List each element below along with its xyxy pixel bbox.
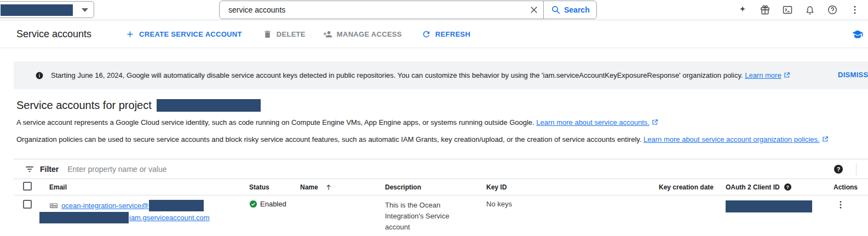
clear-search-icon[interactable] <box>525 5 543 15</box>
banner-learn-more-link[interactable]: Learn more <box>745 71 781 79</box>
cloud-shell-icon[interactable] <box>782 4 793 15</box>
graduation-cap-icon[interactable] <box>852 28 864 41</box>
plus-icon <box>125 30 135 39</box>
gift-icon[interactable] <box>760 4 771 15</box>
oauth2-client-id-cell <box>726 200 833 214</box>
page-title: Service accounts <box>16 28 91 40</box>
row-actions-menu-icon[interactable] <box>836 200 846 211</box>
filter-input[interactable] <box>67 165 834 174</box>
gemini-sparkle-icon[interactable] <box>737 4 748 15</box>
key-id-cell: No keys <box>486 200 659 208</box>
service-account-icon <box>49 202 58 210</box>
org-policy-paragraph: Organization policies can be used to sec… <box>16 135 868 143</box>
table-header-row: Email Status Name Description Key ID Key… <box>14 179 868 195</box>
table-row: ocean-integration-service@ iam.gservicea… <box>14 195 868 236</box>
filter-label: Filter <box>40 165 59 174</box>
project-selector[interactable] <box>0 1 94 18</box>
filter-bar: Filter <box>14 159 868 179</box>
refresh-icon <box>422 30 431 39</box>
service-account-email-link[interactable]: ocean-integration-service@ <box>61 200 204 211</box>
status-enabled-icon <box>249 200 257 208</box>
sort-ascending-icon <box>325 183 332 191</box>
page-toolbar: Service accounts CREATE SERVICE ACCOUNT … <box>0 20 868 48</box>
topbar-icon-group <box>737 0 860 20</box>
column-header-status[interactable]: Status <box>249 183 300 191</box>
column-header-key-id[interactable]: Key ID <box>486 183 659 191</box>
notifications-bell-icon[interactable] <box>804 4 815 15</box>
actions-cell <box>833 200 868 211</box>
redacted-email-project <box>149 200 204 211</box>
global-search-box: Search <box>219 1 597 19</box>
person-add-icon <box>323 30 332 39</box>
row-checkbox[interactable] <box>23 200 32 209</box>
column-header-actions: Actions <box>833 183 868 191</box>
info-icon <box>36 72 43 79</box>
status-text: Enabled <box>260 200 286 208</box>
column-header-oauth2-client-id[interactable]: OAuth 2 Client ID <box>726 183 833 191</box>
description-cell: This is the Ocean Integration's Service … <box>385 200 486 233</box>
search-button[interactable]: Search <box>543 1 596 19</box>
redacted-oauth2-client-id <box>726 200 812 212</box>
select-all-checkbox[interactable] <box>23 182 32 191</box>
status-cell: Enabled <box>249 200 300 208</box>
filter-help-icon[interactable] <box>834 165 843 174</box>
column-header-description[interactable]: Description <box>385 183 486 191</box>
search-button-label: Search <box>564 5 590 14</box>
redacted-project-name <box>1 4 73 16</box>
more-vertical-icon[interactable] <box>849 4 860 15</box>
column-header-key-creation-date[interactable]: Key creation date <box>659 183 726 191</box>
external-link-icon <box>652 119 658 125</box>
column-header-name[interactable]: Name <box>300 183 385 191</box>
learn-more-org-policies-link[interactable]: Learn more about service account organiz… <box>643 135 820 143</box>
trash-icon <box>263 30 272 39</box>
create-service-account-button[interactable]: CREATE SERVICE ACCOUNT <box>125 30 242 39</box>
column-header-email[interactable]: Email <box>49 183 249 191</box>
filter-icon <box>25 164 35 174</box>
caret-down-icon <box>82 8 88 12</box>
gcp-service-accounts-page: Search Service accounts <box>0 0 868 236</box>
help-icon[interactable] <box>827 4 838 15</box>
external-link-icon <box>822 136 829 142</box>
redacted-project-id <box>157 99 261 112</box>
section-heading-row: Service accounts for project <box>16 98 868 112</box>
manage-access-button[interactable]: MANAGE ACCESS <box>323 30 402 39</box>
service-account-email-suffix[interactable]: iam.gserviceaccount.com <box>129 214 210 222</box>
refresh-button[interactable]: REFRESH <box>422 30 470 39</box>
service-accounts-table: Filter Email Status Name Description Key… <box>14 159 868 236</box>
search-input[interactable] <box>220 5 525 14</box>
intro-paragraph: A service account represents a Google Cl… <box>16 118 868 126</box>
dismiss-button[interactable]: DISMISS <box>838 71 868 79</box>
external-link-icon <box>784 72 790 78</box>
search-icon <box>551 5 561 15</box>
top-app-bar: Search <box>0 0 868 20</box>
divider <box>856 163 856 175</box>
oauth2-help-icon[interactable] <box>784 183 791 191</box>
learn-more-service-accounts-link[interactable]: Learn more about service accounts. <box>536 118 649 126</box>
email-cell: ocean-integration-service@ iam.gservicea… <box>49 200 249 223</box>
info-banner: Starting June 16, 2024, Google will auto… <box>14 61 868 89</box>
section-heading: Service accounts for project <box>16 99 152 112</box>
delete-button[interactable]: DELETE <box>263 30 306 39</box>
banner-text: Starting June 16, 2024, Google will auto… <box>51 71 790 79</box>
redacted-email-project-2 <box>39 212 129 223</box>
